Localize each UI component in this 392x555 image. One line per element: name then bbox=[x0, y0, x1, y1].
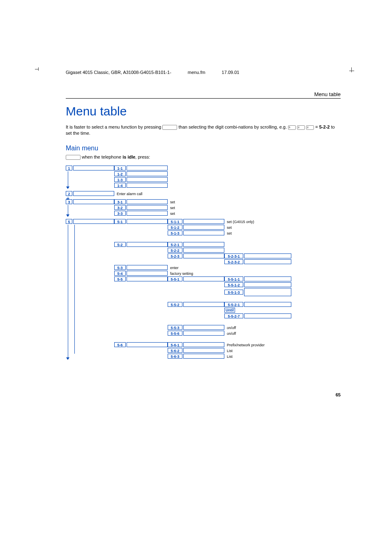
menu-tree: 1 1-1 1-2 1-3 1-4 2 Enter al bbox=[66, 166, 341, 359]
code-5-6: 5-6 bbox=[114, 342, 126, 347]
doc-header-mid: menu.fm bbox=[188, 70, 205, 75]
code-5-2-2: 5-2-2 bbox=[168, 248, 182, 253]
code-5-5-1: 5-5-1 bbox=[168, 276, 182, 281]
code-5-1-1: 5-1-1 bbox=[168, 219, 182, 224]
main-menu-heading: Main menu bbox=[66, 145, 341, 152]
desc-5-3: enter bbox=[168, 265, 341, 271]
code-5-5-1-1: 5-5-1-1 bbox=[224, 276, 243, 281]
key-2b-icon: 2 bbox=[306, 125, 314, 130]
code-2: 2 bbox=[66, 191, 72, 196]
doc-header-left: Gigaset 4015 Classic, GBR, A31008-G4015-… bbox=[66, 70, 171, 75]
desc-5-5-3: on/off bbox=[224, 325, 341, 331]
code-5-5-6: 5-5-6 bbox=[168, 331, 182, 336]
idle-line: when the telephone is idle, press: bbox=[66, 154, 341, 160]
desc-5-4: factory setting bbox=[168, 271, 341, 276]
page-number: 65 bbox=[66, 392, 341, 397]
desc-3-3: set bbox=[168, 211, 341, 216]
menu-key-icon-2 bbox=[66, 155, 81, 160]
code-3-1: 3-1 bbox=[114, 199, 126, 204]
code-5-2: 5-2 bbox=[114, 242, 126, 247]
code-5-5-3: 5-5-3 bbox=[168, 325, 182, 330]
desc-3-1: set bbox=[168, 199, 341, 205]
desc-5-6-2: List bbox=[224, 348, 341, 354]
code-1-3: 1-3 bbox=[114, 177, 126, 182]
code-1-1: 1-1 bbox=[114, 166, 126, 170]
code-5-6-2: 5-6-2 bbox=[168, 348, 182, 353]
code-5-1: 5-1 bbox=[114, 219, 126, 224]
code-5-2-3-1: 5-2-3-1 bbox=[224, 253, 243, 258]
code-1: 1 bbox=[66, 166, 72, 170]
code-5-2-3-2: 5-2-3-2 bbox=[224, 259, 243, 264]
code-5-3: 5-3 bbox=[114, 265, 126, 270]
code-5-6-1: 5-6-1 bbox=[168, 342, 182, 347]
code-5-5: 5-5 bbox=[114, 276, 126, 281]
code-5-4: 5-4 bbox=[114, 271, 126, 276]
code-5-1-2: 5-1-2 bbox=[168, 225, 182, 230]
desc-5-1-3: set bbox=[224, 230, 341, 236]
code-3-2: 3-2 bbox=[114, 205, 126, 210]
desc-2: Enter alarm call bbox=[114, 191, 341, 197]
code-5-5-2-1: 5-5-2-1 bbox=[224, 302, 243, 307]
code-5-5-2-7: 5-5-2-7 bbox=[224, 313, 243, 318]
desc-5-6-3: List bbox=[224, 354, 341, 359]
desc-5-1-1: set (G4015 only) bbox=[224, 219, 341, 225]
desc-3-2: set bbox=[168, 205, 341, 211]
intro-text: It is faster to select a menu function b… bbox=[66, 124, 341, 136]
desc-5-1-2: set bbox=[224, 225, 341, 230]
code-5-2-3: 5-2-3 bbox=[168, 253, 182, 258]
code-3: 3 bbox=[66, 199, 72, 204]
code-3-3: 3-3 bbox=[114, 211, 126, 216]
code-5-5-1-2: 5-5-1-2 bbox=[224, 282, 243, 287]
code-5-1-3: 5-1-3 bbox=[168, 230, 182, 235]
code-5-6-3: 5-6-3 bbox=[168, 354, 182, 359]
code-1-4: 1-4 bbox=[114, 183, 126, 188]
label-until: Until bbox=[224, 308, 235, 313]
code-5-2-1: 5-2-1 bbox=[168, 242, 182, 247]
key-2-icon: 2 bbox=[297, 125, 305, 130]
code-1-2: 1-2 bbox=[114, 171, 126, 176]
doc-header-right: 17.09.01 bbox=[222, 70, 240, 75]
code-5-5-2: 5-5-2 bbox=[168, 302, 182, 307]
section-header: Menu table bbox=[66, 91, 341, 99]
key-5-icon: 5 bbox=[288, 125, 296, 130]
desc-5-6-1: Prefix/network provider bbox=[224, 342, 341, 348]
desc-5-5-6: on/off bbox=[224, 331, 341, 336]
code-5: 5 bbox=[66, 219, 72, 224]
page-title: Menu table bbox=[66, 104, 341, 118]
doc-header: Gigaset 4015 Classic, GBR, A31008-G4015-… bbox=[66, 70, 341, 75]
code-5-5-1-3: 5-5-1-3 bbox=[224, 290, 243, 295]
menu-key-icon bbox=[162, 125, 177, 130]
